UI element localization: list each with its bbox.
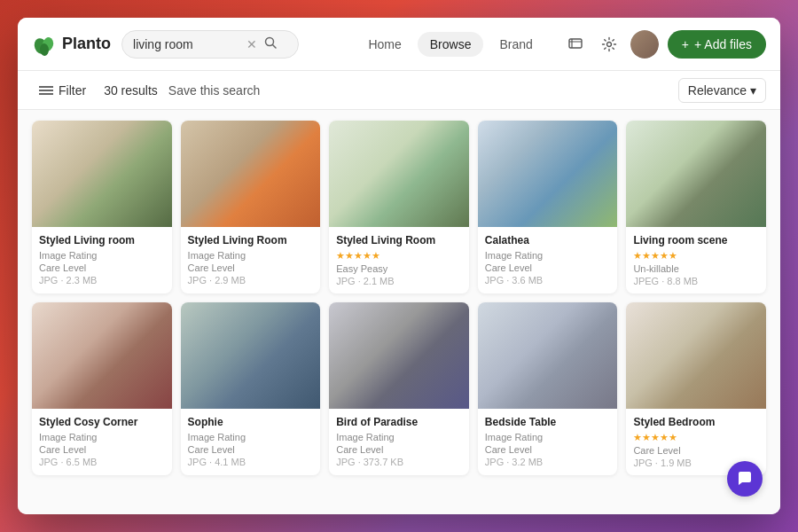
card-2-title: Styled Living Room	[188, 234, 314, 246]
settings-icon[interactable]	[597, 32, 622, 57]
card-8[interactable]: Bird of Paradise Image Rating Care Level…	[329, 302, 469, 475]
card-5-stars: ★★★★★	[633, 250, 759, 262]
nav-home[interactable]: Home	[356, 32, 413, 57]
card-10-meta2: Care Level	[633, 445, 759, 456]
card-3[interactable]: Styled Living Room ★★★★★ Easy Peasy JPG …	[329, 121, 469, 293]
card-1[interactable]: Styled Living room Image Rating Care Lev…	[32, 121, 172, 293]
add-files-label: + Add files	[694, 37, 752, 51]
filter-button[interactable]: Filter	[32, 80, 93, 101]
card-1-body: Styled Living room Image Rating Care Lev…	[32, 227, 172, 293]
nav-links: Home Browse Brand	[356, 32, 544, 57]
results-count: 30 results	[104, 83, 158, 98]
card-7-size: JPG · 4.1 MB	[188, 457, 314, 467]
card-4-title: Calathea	[485, 234, 611, 246]
card-9[interactable]: Bedside Table Image Rating Care Level JP…	[478, 302, 618, 475]
avatar-image	[630, 30, 659, 59]
card-2-meta2: Care Level	[188, 262, 314, 273]
logo-icon	[32, 32, 57, 57]
card-4-meta2: Care Level	[485, 262, 611, 273]
card-2-meta1: Image Rating	[188, 250, 314, 261]
card-1-title: Styled Living room	[39, 234, 165, 246]
card-9-image	[478, 302, 618, 409]
card-3-title: Styled Living Room	[336, 234, 462, 246]
content-area: Styled Living room Image Rating Care Lev…	[18, 110, 780, 514]
card-2-body: Styled Living Room Image Rating Care Lev…	[181, 227, 321, 293]
card-9-meta1: Image Rating	[485, 432, 611, 442]
card-7-meta1: Image Rating	[188, 432, 314, 442]
search-bar: ✕	[121, 30, 299, 59]
nav-browse[interactable]: Browse	[418, 32, 484, 57]
card-10-stars: ★★★★★	[633, 432, 759, 443]
card-5-meta2: Un-killable	[633, 263, 759, 274]
card-2[interactable]: Styled Living Room Image Rating Care Lev…	[181, 121, 321, 293]
card-3-size: JPG · 2.1 MB	[336, 276, 462, 286]
card-8-title: Bird of Paradise	[336, 416, 462, 428]
add-files-button[interactable]: + + Add files	[668, 30, 766, 59]
svg-line-4	[273, 44, 277, 48]
card-2-size: JPG · 2.9 MB	[188, 275, 314, 286]
card-8-body: Bird of Paradise Image Rating Care Level…	[329, 409, 469, 474]
card-5-title: Living room scene	[633, 234, 759, 246]
card-4-size: JPG · 3.6 MB	[485, 275, 611, 286]
card-3-meta2: Easy Peasy	[336, 263, 462, 274]
card-3-stars: ★★★★★	[336, 250, 462, 262]
svg-rect-5	[569, 39, 582, 48]
card-10[interactable]: Styled Bedroom ★★★★★ Care Level JPG · 1.…	[626, 302, 766, 475]
card-6[interactable]: Styled Cosy Corner Image Rating Care Lev…	[32, 302, 172, 475]
sort-dropdown[interactable]: Relevance ▾	[678, 78, 766, 103]
card-1-image	[32, 121, 172, 227]
card-7-image	[181, 302, 321, 409]
card-5-size: JPEG · 8.8 MB	[633, 276, 759, 286]
card-9-title: Bedside Table	[485, 416, 611, 428]
card-10-title: Styled Bedroom	[633, 416, 759, 428]
card-8-meta1: Image Rating	[336, 432, 462, 442]
card-6-meta1: Image Rating	[39, 432, 165, 442]
card-1-meta2: Care Level	[39, 262, 165, 273]
card-9-size: JPG · 3.2 MB	[485, 457, 611, 467]
card-2-image	[181, 121, 321, 227]
card-6-image	[32, 302, 172, 409]
card-4-body: Calathea Image Rating Care Level JPG · 3…	[478, 227, 618, 293]
card-7-body: Sophie Image Rating Care Level JPG · 4.1…	[181, 409, 321, 474]
card-5-image	[626, 121, 766, 227]
chat-button[interactable]	[727, 461, 763, 497]
card-5[interactable]: Living room scene ★★★★★ Un-killable JPEG…	[626, 121, 766, 293]
image-grid: Styled Living room Image Rating Care Lev…	[32, 121, 766, 475]
sort-label: Relevance	[688, 83, 747, 98]
card-7-title: Sophie	[188, 416, 314, 428]
card-5-body: Living room scene ★★★★★ Un-killable JPEG…	[626, 227, 766, 293]
card-3-body: Styled Living Room ★★★★★ Easy Peasy JPG …	[329, 227, 469, 293]
card-9-meta2: Care Level	[485, 444, 611, 455]
card-6-title: Styled Cosy Corner	[39, 416, 165, 428]
nav-brand[interactable]: Brand	[487, 32, 544, 57]
header-icons: + + Add files	[563, 30, 766, 59]
avatar[interactable]	[630, 30, 659, 59]
card-10-image	[626, 302, 766, 409]
search-button[interactable]	[264, 36, 277, 52]
toolbar: Filter 30 results Save this search Relev…	[18, 71, 780, 110]
card-9-body: Bedside Table Image Rating Care Level JP…	[478, 409, 618, 474]
card-6-body: Styled Cosy Corner Image Rating Care Lev…	[32, 409, 172, 474]
card-4[interactable]: Calathea Image Rating Care Level JPG · 3…	[478, 121, 618, 293]
card-8-size: JPG · 373.7 KB	[336, 457, 462, 467]
card-8-meta2: Care Level	[336, 444, 462, 455]
card-6-size: JPG · 6.5 MB	[39, 457, 165, 467]
logo[interactable]: Planto	[32, 32, 111, 57]
dropdown-arrow-icon: ▾	[750, 83, 756, 98]
save-search-link[interactable]: Save this search	[168, 83, 261, 98]
card-1-size: JPG · 2.3 MB	[39, 275, 165, 286]
app-header: Planto ✕ Home Browse Brand	[18, 18, 780, 71]
notifications-icon[interactable]	[563, 32, 588, 57]
card-7-meta2: Care Level	[188, 444, 314, 455]
logo-text: Planto	[62, 35, 111, 53]
svg-point-8	[606, 42, 611, 46]
card-4-meta1: Image Rating	[485, 250, 611, 261]
card-1-meta1: Image Rating	[39, 250, 165, 261]
search-input[interactable]	[133, 37, 239, 51]
card-3-image	[329, 121, 469, 227]
filter-label: Filter	[59, 83, 86, 98]
card-7[interactable]: Sophie Image Rating Care Level JPG · 4.1…	[181, 302, 321, 475]
search-clear-button[interactable]: ✕	[246, 38, 257, 51]
card-8-image	[329, 302, 469, 409]
card-6-meta2: Care Level	[39, 444, 165, 455]
